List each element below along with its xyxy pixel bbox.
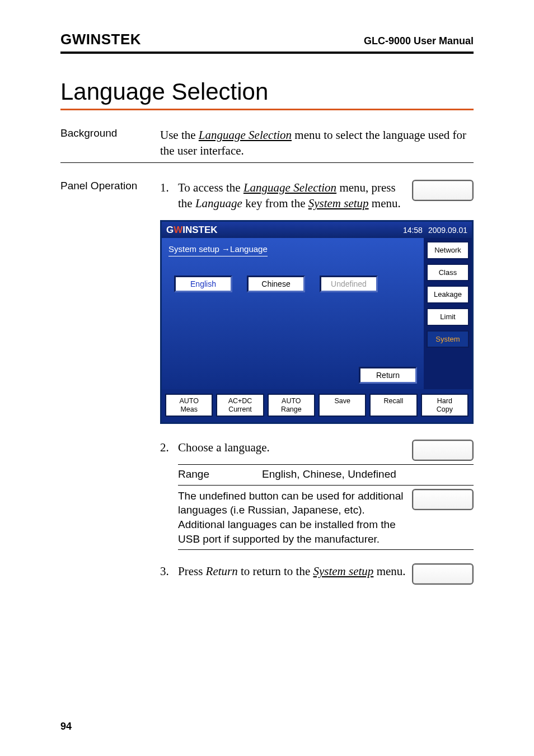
bottom-hardcopy-button[interactable]: HardCopy bbox=[421, 394, 469, 417]
device-screenshot: GWINSTEK 14:58 2009.09.01 System setup →… bbox=[160, 220, 474, 424]
manual-title: GLC-9000 User Manual bbox=[364, 35, 474, 47]
bottom-auto-meas-button[interactable]: AUTOMeas bbox=[165, 394, 213, 417]
bottom-recall-button[interactable]: Recall bbox=[369, 394, 417, 417]
step-2: 2. Choose a language. Range English, Chi… bbox=[160, 440, 474, 550]
side-system-button[interactable]: System bbox=[427, 330, 469, 348]
page-number: 94 bbox=[60, 721, 72, 732]
device-brand: GWINSTEK bbox=[166, 224, 218, 237]
device-breadcrumb: System setup →Language bbox=[168, 244, 419, 256]
undefined-note: The undefined button can be used for add… bbox=[178, 486, 474, 550]
return-button[interactable]: Return bbox=[359, 367, 417, 384]
step-1: 1. To access the Language Selection menu… bbox=[160, 180, 474, 212]
range-row: Range English, Chinese, Undefined bbox=[178, 464, 474, 486]
lang-chinese-button[interactable]: Chinese bbox=[247, 276, 305, 292]
device-clock: 14:58 2009.09.01 bbox=[403, 225, 467, 236]
side-network-button[interactable]: Network bbox=[427, 241, 469, 259]
bottom-save-button[interactable]: Save bbox=[318, 394, 366, 417]
bottom-auto-range-button[interactable]: AUTORange bbox=[268, 394, 315, 417]
side-class-button[interactable]: Class bbox=[427, 264, 469, 282]
page-title: Language Selection bbox=[60, 78, 474, 110]
background-label: Background bbox=[60, 127, 160, 159]
softkey-placeholder-icon bbox=[412, 180, 474, 201]
range-value: English, Chinese, Undefined bbox=[262, 467, 396, 482]
background-text: Use the Language Selection menu to selec… bbox=[160, 127, 474, 159]
side-limit-button[interactable]: Limit bbox=[427, 308, 469, 326]
brand-logo: GWINSTEK bbox=[60, 31, 141, 48]
softkey-placeholder-icon bbox=[412, 563, 474, 585]
step-3: 3. Press Return to return to the System … bbox=[160, 563, 474, 585]
side-leakage-button[interactable]: Leakage bbox=[427, 286, 469, 304]
softkey-placeholder-icon bbox=[412, 440, 474, 461]
page-header: GWINSTEK GLC-9000 User Manual bbox=[60, 31, 474, 54]
bottom-acdc-current-button[interactable]: AC+DCCurrent bbox=[216, 394, 264, 417]
range-label: Range bbox=[178, 467, 262, 482]
panel-operation-label: Panel Operation bbox=[60, 180, 160, 585]
lang-english-button[interactable]: English bbox=[174, 276, 232, 292]
softkey-placeholder-icon bbox=[412, 489, 474, 510]
lang-undefined-button[interactable]: Undefined bbox=[320, 276, 378, 292]
